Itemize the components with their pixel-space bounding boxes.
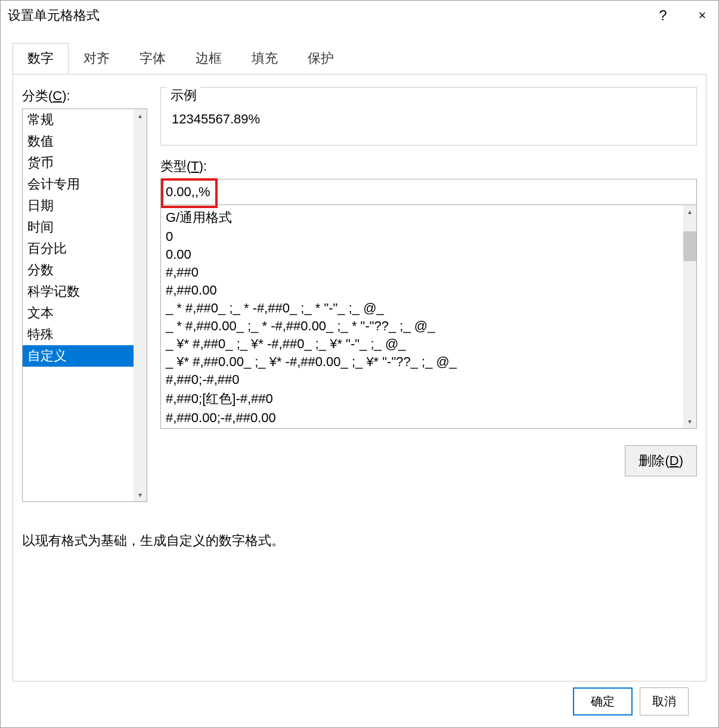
format-scrollbar[interactable]: ▴ ▾: [683, 205, 696, 428]
content-wrapper: 数字 对齐 字体 边框 填充 保护 分类(C): 常规 数值 货币 会计专用: [1, 30, 718, 727]
format-item[interactable]: #,##0.00;-#,##0.00: [166, 409, 692, 427]
format-list-inner: G/通用格式 0 0.00 #,##0 #,##0.00 _ * #,##0_ …: [161, 205, 696, 429]
sample-value: 12345567.89%: [172, 111, 686, 127]
category-item-text[interactable]: 文本: [23, 302, 147, 324]
left-col: 分类(C): 常规 数值 货币 会计专用 日期 时间 百分比 分数 科学记数 文…: [22, 87, 147, 502]
type-input-wrapper: [160, 179, 697, 205]
category-list[interactable]: 常规 数值 货币 会计专用 日期 时间 百分比 分数 科学记数 文本 特殊 自定…: [22, 109, 147, 502]
category-item-accounting[interactable]: 会计专用: [23, 174, 147, 195]
tab-border[interactable]: 边框: [181, 43, 237, 74]
category-scrollbar[interactable]: ▴ ▾: [134, 109, 147, 501]
category-item-date[interactable]: 日期: [23, 195, 147, 216]
format-item[interactable]: _ * #,##0.00_ ;_ * -#,##0.00_ ;_ * "-"??…: [166, 317, 692, 335]
sample-group: 示例 12345567.89%: [160, 87, 697, 145]
format-item[interactable]: #,##0.00: [166, 281, 692, 299]
format-item[interactable]: _ * #,##0_ ;_ * -#,##0_ ;_ * "-"_ ;_ @_: [166, 299, 692, 317]
format-list[interactable]: G/通用格式 0 0.00 #,##0 #,##0.00 _ * #,##0_ …: [160, 205, 697, 429]
main-row: 分类(C): 常规 数值 货币 会计专用 日期 时间 百分比 分数 科学记数 文…: [22, 87, 697, 502]
category-item-special[interactable]: 特殊: [23, 324, 147, 345]
scroll-thumb[interactable]: [683, 231, 696, 261]
close-button[interactable]: ×: [693, 8, 711, 23]
format-item[interactable]: #,##0;[红色]-#,##0: [166, 389, 692, 409]
category-item-currency[interactable]: 货币: [23, 152, 147, 174]
scroll-down-icon[interactable]: ▾: [683, 415, 696, 428]
tab-protection[interactable]: 保护: [293, 43, 349, 74]
format-item[interactable]: 0: [166, 228, 692, 246]
ok-button[interactable]: 确定: [573, 687, 633, 715]
scroll-up-icon[interactable]: ▴: [683, 205, 696, 218]
tab-number[interactable]: 数字: [13, 43, 69, 74]
format-item[interactable]: G/通用格式: [166, 207, 692, 228]
sample-group-label: 示例: [167, 86, 200, 104]
cancel-button[interactable]: 取消: [640, 687, 689, 715]
format-item[interactable]: 0.00: [166, 246, 692, 264]
category-item-percentage[interactable]: 百分比: [23, 238, 147, 259]
delete-button[interactable]: 删除(D): [625, 445, 697, 476]
help-text: 以现有格式为基础，生成自定义的数字格式。: [22, 532, 697, 550]
format-item[interactable]: #,##0: [166, 264, 692, 281]
tab-fill[interactable]: 填充: [237, 43, 293, 74]
category-item-time[interactable]: 时间: [23, 216, 147, 238]
format-item[interactable]: _ ¥* #,##0_ ;_ ¥* -#,##0_ ;_ ¥* "-"_ ;_ …: [166, 335, 692, 353]
category-item-custom[interactable]: 自定义: [23, 345, 147, 367]
scroll-up-icon[interactable]: ▴: [134, 109, 147, 122]
format-item[interactable]: #,##0;-#,##0: [166, 371, 692, 389]
category-label: 分类(C):: [22, 87, 147, 105]
scroll-down-icon[interactable]: ▾: [134, 488, 147, 501]
tab-content: 分类(C): 常规 数值 货币 会计专用 日期 时间 百分比 分数 科学记数 文…: [13, 74, 706, 681]
format-cells-dialog: 设置单元格格式 ? × 数字 对齐 字体 边框 填充 保护 分类(C): 常规: [0, 0, 719, 728]
tab-alignment[interactable]: 对齐: [69, 43, 125, 74]
category-item-general[interactable]: 常规: [23, 109, 147, 131]
help-button[interactable]: ?: [654, 7, 672, 24]
category-item-scientific[interactable]: 科学记数: [23, 281, 147, 302]
bottom-buttons: 确定 取消: [13, 681, 706, 715]
type-input[interactable]: [166, 184, 692, 200]
right-col: 示例 12345567.89% 类型(T): G/通用格式 0: [160, 87, 697, 502]
type-label: 类型(T):: [160, 157, 697, 175]
category-item-number[interactable]: 数值: [23, 131, 147, 152]
titlebar-buttons: ? ×: [654, 7, 711, 24]
delete-button-row: 删除(D): [160, 445, 697, 476]
category-item-fraction[interactable]: 分数: [23, 259, 147, 281]
titlebar: 设置单元格格式 ? ×: [1, 1, 718, 30]
dialog-title: 设置单元格格式: [8, 7, 100, 24]
tab-font[interactable]: 字体: [125, 43, 181, 74]
format-item[interactable]: _ ¥* #,##0.00_ ;_ ¥* -#,##0.00_ ;_ ¥* "-…: [166, 353, 692, 371]
tabs: 数字 对齐 字体 边框 填充 保护: [13, 43, 706, 75]
